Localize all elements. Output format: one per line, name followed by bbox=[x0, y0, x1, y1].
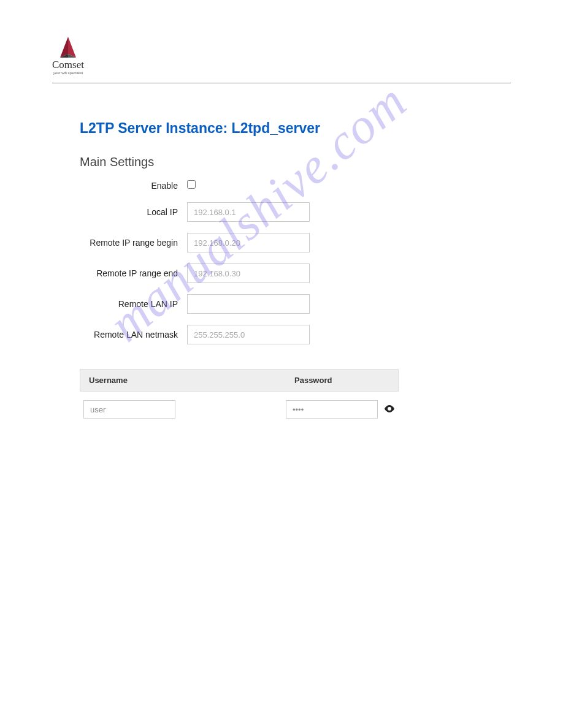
credentials-row bbox=[80, 392, 399, 427]
label-local-ip: Local IP bbox=[80, 207, 187, 217]
brand-name: Comset bbox=[52, 59, 84, 71]
password-input[interactable] bbox=[286, 400, 378, 419]
label-remote-ip-begin: Remote IP range begin bbox=[80, 238, 187, 248]
credentials-section: Username Password bbox=[80, 369, 399, 427]
eye-icon[interactable] bbox=[384, 404, 395, 415]
remote-lan-ip-input[interactable] bbox=[187, 294, 310, 314]
enable-checkbox[interactable] bbox=[187, 180, 196, 189]
header-bar: Comset your wifi specialist bbox=[52, 37, 511, 83]
label-remote-ip-end: Remote IP range end bbox=[80, 268, 187, 278]
label-remote-lan-netmask: Remote LAN netmask bbox=[80, 330, 187, 339]
row-remote-ip-begin: Remote IP range begin bbox=[80, 233, 511, 252]
brand-logo: Comset your wifi specialist bbox=[52, 37, 84, 75]
row-local-ip: Local IP bbox=[80, 202, 511, 222]
username-input[interactable] bbox=[83, 400, 175, 419]
label-enable: Enable bbox=[80, 181, 187, 191]
row-remote-lan-ip: Remote LAN IP bbox=[80, 294, 511, 314]
local-ip-input[interactable] bbox=[187, 202, 310, 222]
row-remote-lan-netmask: Remote LAN netmask bbox=[80, 325, 511, 344]
remote-lan-netmask-input[interactable] bbox=[187, 325, 310, 344]
remote-ip-begin-input[interactable] bbox=[187, 233, 310, 252]
section-title: Main Settings bbox=[80, 155, 511, 169]
brand-tagline: your wifi specialist bbox=[52, 71, 84, 75]
svg-point-4 bbox=[389, 408, 391, 410]
logo-triangle-icon bbox=[53, 37, 83, 58]
row-enable: Enable bbox=[80, 180, 511, 191]
row-remote-ip-end: Remote IP range end bbox=[80, 264, 511, 283]
credentials-header: Username Password bbox=[80, 369, 399, 392]
remote-ip-end-input[interactable] bbox=[187, 264, 310, 283]
header-username: Username bbox=[89, 376, 294, 385]
page-title: L2TP Server Instance: L2tpd_server bbox=[80, 120, 511, 137]
label-remote-lan-ip: Remote LAN IP bbox=[80, 299, 187, 309]
main-content: L2TP Server Instance: L2tpd_server Main … bbox=[52, 120, 511, 427]
header-password: Password bbox=[294, 376, 389, 385]
